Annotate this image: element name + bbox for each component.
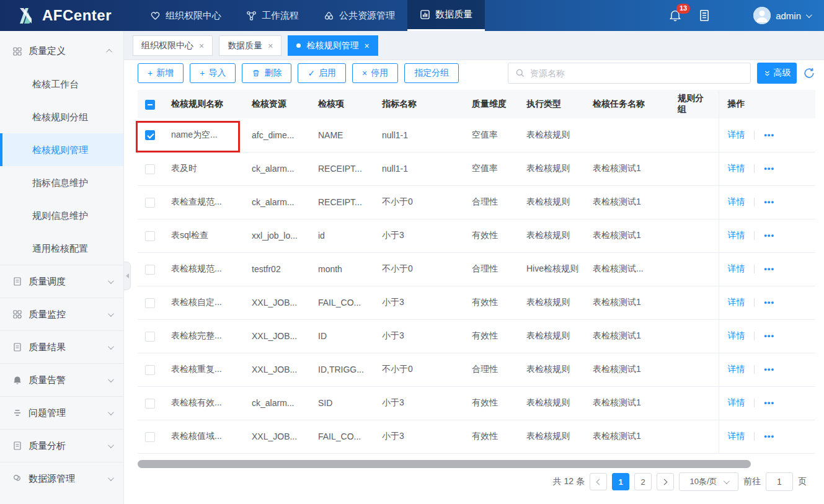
sidebar-group-quality-results[interactable]: 质量结果: [0, 330, 123, 363]
sidebar-group-quality-alerts[interactable]: 质量告警: [0, 363, 123, 396]
cell-metric: 小于3: [373, 286, 463, 319]
select-all-checkbox[interactable]: [145, 100, 155, 110]
cell-metric: 不小于0: [373, 185, 463, 219]
row-checkbox[interactable]: [145, 198, 155, 208]
add-button[interactable]: + 新增: [138, 63, 184, 83]
assign-group-button[interactable]: 指定分组: [404, 63, 459, 83]
enable-button[interactable]: ✓ 启用: [298, 63, 346, 83]
sidebar-group-quality-definition[interactable]: 质量定义: [0, 35, 123, 68]
more-actions-button[interactable]: •••: [764, 164, 774, 173]
more-actions-button[interactable]: •••: [764, 398, 774, 407]
more-actions-button[interactable]: •••: [764, 298, 774, 307]
button-label: 删除: [264, 68, 281, 79]
detail-link[interactable]: 详情: [728, 364, 745, 374]
detail-link[interactable]: 详情: [728, 263, 745, 273]
sidebar-item-check-workbench[interactable]: 检核工作台: [0, 68, 123, 100]
notifications-button[interactable]: 13: [669, 9, 681, 22]
import-button[interactable]: + 导入: [190, 63, 236, 83]
row-checkbox[interactable]: [145, 164, 155, 174]
page-button-2[interactable]: 2: [634, 473, 652, 490]
scrollbar-thumb[interactable]: [138, 460, 751, 468]
page-size-value: 10条/页: [689, 476, 717, 487]
disable-button[interactable]: × 停用: [352, 63, 398, 83]
detail-link[interactable]: 详情: [728, 330, 745, 340]
cell-metric: null1-1: [373, 152, 463, 185]
table-row: 表检核规范... testfr02 month 不小于0 合理性 Hive检核规…: [138, 252, 815, 286]
sidebar-item-check-rule-group[interactable]: 检核规则分组: [0, 100, 123, 133]
row-checkbox[interactable]: [145, 298, 155, 308]
sidebar-item-check-rule-management[interactable]: 检核规则管理: [0, 133, 123, 166]
search-input[interactable]: [530, 68, 743, 78]
detail-link[interactable]: 详情: [728, 297, 745, 307]
tab-label: 数据质量: [228, 40, 262, 51]
sidebar-item-rule-info[interactable]: 规则信息维护: [0, 199, 123, 232]
chevron-down-icon: [806, 12, 812, 18]
more-actions-button[interactable]: •••: [764, 231, 774, 240]
more-actions-button[interactable]: •••: [764, 264, 774, 273]
more-actions-button[interactable]: •••: [764, 365, 774, 374]
row-checkbox[interactable]: [145, 130, 155, 140]
nav-item-public-resources[interactable]: 公共资源管理: [311, 0, 407, 31]
detail-link[interactable]: 详情: [728, 130, 745, 139]
user-menu[interactable]: admin: [753, 7, 810, 24]
table-row: 表检核有效... ck_alarm... SID 小于3 有效性 表检核规则 表…: [138, 386, 815, 420]
sidebar-group-issue-management[interactable]: 问题管理: [0, 396, 123, 429]
chevron-down-icon: [108, 376, 114, 382]
detail-link[interactable]: 详情: [728, 431, 745, 441]
cell-metric: 小于3: [373, 420, 463, 453]
delete-button[interactable]: 删除: [242, 63, 291, 83]
close-icon[interactable]: ×: [364, 42, 369, 50]
row-checkbox[interactable]: [145, 399, 155, 409]
detail-link[interactable]: 详情: [728, 163, 745, 173]
detail-link[interactable]: 详情: [728, 197, 745, 206]
plus-icon: +: [148, 69, 153, 77]
goto-page-input[interactable]: [766, 472, 793, 491]
cell-task-name: 表检核测试1: [584, 185, 669, 219]
more-actions-button[interactable]: •••: [764, 431, 774, 441]
cell-rule-name: name为空...: [162, 118, 243, 152]
sidebar-collapse-handle[interactable]: [124, 262, 131, 290]
cell-rule-group: [669, 286, 719, 319]
cell-dimension: 合理性: [463, 353, 518, 386]
detail-link[interactable]: 详情: [728, 397, 745, 407]
sidebar-item-general-check-config[interactable]: 通用检核配置: [0, 232, 123, 265]
table-row: 表检核值域... XXL_JOB... FAIL_CO... 小于3 有效性 表…: [138, 420, 815, 453]
sidebar-group-quality-monitoring[interactable]: 质量监控: [0, 298, 123, 330]
cell-rule-group: [669, 353, 719, 386]
row-checkbox[interactable]: [145, 332, 155, 342]
document-icon: [12, 342, 22, 352]
advanced-search-button[interactable]: 高级: [757, 63, 797, 84]
tab-check-rule-management[interactable]: 检核规则管理 ×: [288, 35, 378, 56]
nav-item-data-quality[interactable]: 数据质量: [407, 0, 485, 31]
nav-item-workflow[interactable]: 工作流程: [234, 0, 311, 31]
cell-dimension: 有效性: [463, 286, 518, 319]
tab-data-quality[interactable]: 数据质量 ×: [219, 35, 281, 56]
prev-page-button[interactable]: [590, 473, 607, 490]
cell-check-item: RECEIPT...: [309, 152, 373, 185]
row-checkbox[interactable]: [145, 365, 155, 375]
refresh-button[interactable]: [803, 67, 815, 79]
row-checkbox[interactable]: [145, 432, 155, 442]
row-checkbox[interactable]: [145, 231, 155, 241]
page-button-1[interactable]: 1: [612, 473, 629, 490]
document-icon: [12, 441, 22, 451]
sidebar-group-datasource-management[interactable]: 数据源管理: [0, 462, 123, 495]
detail-link[interactable]: 详情: [728, 230, 745, 240]
close-icon[interactable]: ×: [268, 42, 273, 50]
cell-rule-group: [669, 185, 719, 219]
tab-org-permissions[interactable]: 组织权限中心 ×: [133, 35, 213, 56]
sidebar-group-quality-analysis[interactable]: 质量分析: [0, 429, 123, 462]
chevron-down-icon: [108, 442, 114, 448]
nav-item-org-permissions[interactable]: 组织权限中心: [138, 0, 234, 31]
more-actions-button[interactable]: •••: [764, 130, 774, 139]
sidebar-group-quality-scheduling[interactable]: 质量调度: [0, 265, 123, 298]
more-actions-button[interactable]: •••: [764, 197, 774, 206]
sidebar-item-metric-info[interactable]: 指标信息维护: [0, 166, 123, 199]
close-icon[interactable]: ×: [199, 42, 204, 50]
page-size-select[interactable]: 10条/页: [679, 472, 738, 491]
more-actions-button[interactable]: •••: [764, 331, 774, 340]
row-checkbox[interactable]: [145, 265, 155, 275]
next-page-button[interactable]: [657, 473, 674, 490]
app-logo[interactable]: AFCenter: [0, 0, 138, 31]
docs-button[interactable]: [699, 9, 710, 22]
